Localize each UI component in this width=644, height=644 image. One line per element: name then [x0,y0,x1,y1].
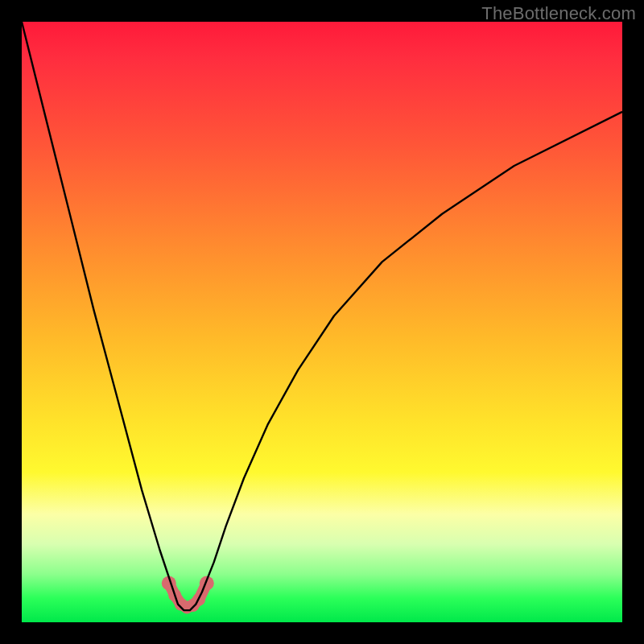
watermark-text: TheBottleneck.com [481,3,636,24]
plot-area [22,22,622,622]
curve-svg [22,22,622,622]
chart-frame: TheBottleneck.com [0,0,644,644]
bottleneck-curve [22,22,622,610]
